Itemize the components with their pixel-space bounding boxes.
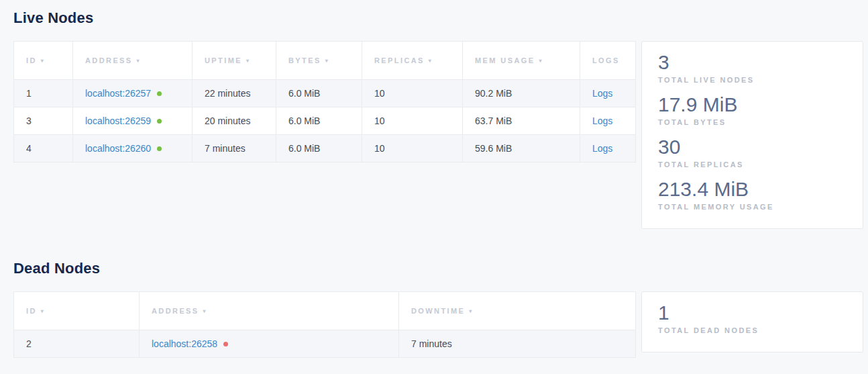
dead-nodes-table: ID▾ ADDRESS▾ DOWNTIME▾ 2 localhost:26258… — [13, 291, 636, 358]
table-row: 2 localhost:26258 7 minutes — [14, 330, 636, 358]
cell-node-id: 1 — [14, 80, 73, 107]
column-header-logs: LOGS — [580, 42, 636, 80]
cell-replicas: 10 — [362, 107, 463, 135]
cell-logs: Logs — [580, 135, 636, 162]
stat-label: TOTAL DEAD NODES — [658, 326, 847, 334]
summary-stat-total-live-nodes: 3 TOTAL LIVE NODES — [658, 50, 847, 84]
column-header-id[interactable]: ID▾ — [14, 292, 140, 330]
stat-label: TOTAL LIVE NODES — [658, 76, 847, 84]
table-row: 1 localhost:26257 22 minutes 6.0 MiB 10 … — [14, 80, 636, 107]
live-nodes-body: ID▾ ADDRESS▾ UPTIME▾ BYTES▾ REPLICAS▾ ME… — [13, 41, 863, 229]
stat-label: TOTAL MEMORY USAGE — [658, 203, 847, 211]
cell-node-address: localhost:26259 — [73, 107, 193, 135]
summary-stat-total-dead-nodes: 1 TOTAL DEAD NODES — [658, 301, 847, 334]
cell-bytes: 6.0 MiB — [276, 80, 362, 107]
sort-arrow-icon: ▾ — [539, 58, 543, 64]
dead-table-header-row: ID▾ ADDRESS▾ DOWNTIME▾ — [14, 292, 636, 330]
live-status-dot — [157, 119, 162, 124]
live-status-dot — [157, 91, 162, 96]
column-header-uptime[interactable]: UPTIME▾ — [193, 42, 276, 80]
cell-node-address: localhost:26257 — [73, 80, 193, 107]
logs-link[interactable]: Logs — [592, 143, 612, 154]
address-link[interactable]: localhost:26260 — [85, 143, 151, 154]
column-header-address[interactable]: ADDRESS▾ — [73, 42, 193, 80]
column-header-bytes[interactable]: BYTES▾ — [276, 42, 362, 80]
cell-node-id: 3 — [14, 107, 73, 135]
cell-node-id: 2 — [14, 330, 140, 358]
logs-link[interactable]: Logs — [592, 115, 612, 126]
sort-arrow-icon: ▾ — [41, 58, 45, 64]
column-header-address[interactable]: ADDRESS▾ — [140, 292, 399, 330]
column-header-replicas[interactable]: REPLICAS▾ — [362, 42, 463, 80]
stat-value: 1 — [658, 301, 847, 325]
sort-arrow-icon: ▾ — [203, 308, 207, 314]
sort-arrow-icon: ▾ — [41, 308, 45, 314]
cell-bytes: 6.0 MiB — [276, 107, 362, 135]
sort-arrow-icon: ▾ — [137, 58, 141, 64]
sort-arrow-icon: ▾ — [246, 58, 250, 64]
summary-stat-total-replicas: 30 TOTAL REPLICAS — [658, 135, 847, 169]
stat-value: 30 — [658, 135, 847, 159]
table-row: 3 localhost:26259 20 minutes 6.0 MiB 10 … — [14, 107, 636, 135]
live-nodes-summary-card: 3 TOTAL LIVE NODES 17.9 MiB TOTAL BYTES … — [641, 41, 863, 229]
cell-uptime: 22 minutes — [193, 80, 276, 107]
cell-replicas: 10 — [362, 80, 463, 107]
stat-label: TOTAL BYTES — [658, 118, 847, 126]
cell-uptime: 20 minutes — [193, 107, 276, 135]
stat-value: 213.4 MiB — [658, 177, 847, 201]
cell-uptime: 7 minutes — [193, 135, 276, 162]
dead-nodes-title: Dead Nodes — [13, 260, 863, 277]
dead-nodes-body: ID▾ ADDRESS▾ DOWNTIME▾ 2 localhost:26258… — [13, 291, 863, 358]
dead-status-dot — [223, 342, 228, 346]
cell-node-address: localhost:26260 — [73, 135, 193, 162]
sort-arrow-icon: ▾ — [325, 58, 329, 64]
stat-value: 17.9 MiB — [658, 93, 847, 117]
logs-link[interactable]: Logs — [592, 88, 612, 99]
summary-stat-total-memory-usage: 213.4 MiB TOTAL MEMORY USAGE — [658, 177, 847, 211]
address-link[interactable]: localhost:26259 — [85, 115, 151, 126]
cell-bytes: 6.0 MiB — [276, 135, 362, 162]
cell-mem-usage: 63.7 MiB — [463, 107, 580, 135]
table-row: 4 localhost:26260 7 minutes 6.0 MiB 10 5… — [14, 135, 636, 162]
cell-logs: Logs — [580, 107, 636, 135]
column-header-id[interactable]: ID▾ — [14, 42, 73, 80]
live-status-dot — [157, 146, 162, 151]
column-header-mem-usage[interactable]: MEM USAGE▾ — [463, 42, 580, 80]
live-table-header-row: ID▾ ADDRESS▾ UPTIME▾ BYTES▾ REPLICAS▾ ME… — [14, 42, 636, 80]
column-header-downtime[interactable]: DOWNTIME▾ — [399, 292, 636, 330]
stat-value: 3 — [658, 50, 847, 75]
address-link[interactable]: localhost:26257 — [85, 88, 151, 99]
sort-arrow-icon: ▾ — [429, 58, 433, 64]
cell-node-id: 4 — [14, 135, 73, 162]
summary-stat-total-bytes: 17.9 MiB TOTAL BYTES — [658, 93, 847, 126]
dead-nodes-section: Dead Nodes ID▾ ADDRESS▾ DOWNTIME▾ 2 loca… — [13, 260, 863, 358]
cell-mem-usage: 59.6 MiB — [463, 135, 580, 162]
live-nodes-table: ID▾ ADDRESS▾ UPTIME▾ BYTES▾ REPLICAS▾ ME… — [13, 41, 636, 162]
dead-nodes-summary-card: 1 TOTAL DEAD NODES — [641, 291, 863, 353]
live-nodes-section: Live Nodes ID▾ ADDRESS▾ UPTIME▾ BYTES▾ R… — [13, 9, 863, 229]
cell-logs: Logs — [580, 80, 636, 107]
live-nodes-title: Live Nodes — [13, 9, 863, 27]
address-link[interactable]: localhost:26258 — [152, 338, 217, 349]
sort-arrow-icon: ▾ — [469, 308, 473, 314]
cell-replicas: 10 — [362, 135, 463, 162]
cell-downtime: 7 minutes — [399, 330, 636, 358]
cell-mem-usage: 90.2 MiB — [463, 80, 580, 107]
stat-label: TOTAL REPLICAS — [658, 160, 847, 169]
cell-node-address: localhost:26258 — [140, 330, 399, 358]
